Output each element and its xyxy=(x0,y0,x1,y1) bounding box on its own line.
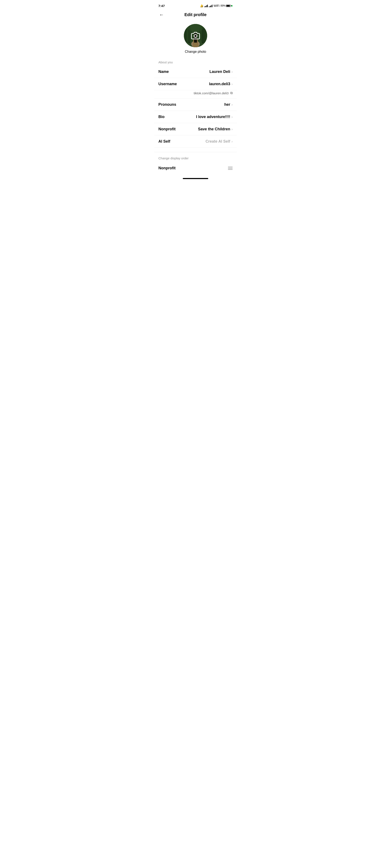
avatar-button[interactable] xyxy=(184,24,207,47)
page-header: ← Edit profile xyxy=(154,10,237,21)
nonprofit-field[interactable]: Nonprofit Save the Children › xyxy=(154,123,237,135)
battery: 89% xyxy=(220,4,233,7)
status-icons: 🔔̶ WiFi 89% xyxy=(200,4,233,7)
ai-self-value: Create AI Self xyxy=(206,139,230,144)
camera-overlay xyxy=(184,24,207,47)
pronouns-value: her xyxy=(224,102,230,107)
bio-chevron: › xyxy=(232,115,233,119)
pronouns-value-container: her › xyxy=(224,102,233,107)
battery-icon xyxy=(226,5,231,7)
signal-bars-1 xyxy=(204,4,208,7)
username-label: Username xyxy=(158,82,177,86)
bio-label: Bio xyxy=(158,115,164,119)
change-photo-label[interactable]: Change photo xyxy=(185,50,206,54)
status-time: 7:47 xyxy=(158,4,165,8)
ai-self-field[interactable]: AI Self Create AI Self › xyxy=(154,135,237,148)
display-order-label: Change display order xyxy=(158,156,233,162)
name-value-container: Lauren Deli › xyxy=(210,69,233,74)
display-order-item-label: Nonprofit xyxy=(158,166,176,170)
name-field[interactable]: Name Lauren Deli › xyxy=(154,66,237,78)
nonprofit-value-container: Save the Children › xyxy=(198,127,233,131)
green-dot xyxy=(231,5,233,6)
username-field[interactable]: Username lauren.deli3 › xyxy=(154,78,237,90)
hamburger-line-3 xyxy=(228,169,233,170)
drag-handle[interactable] xyxy=(228,167,233,170)
tiktok-url-row[interactable]: tiktok.com/@lauren.deli3 ⧉ xyxy=(154,90,237,98)
home-indicator xyxy=(154,174,237,181)
page-title: Edit profile xyxy=(184,12,207,17)
tiktok-url: tiktok.com/@lauren.deli3 xyxy=(194,91,229,95)
signal-bars-2 xyxy=(209,4,212,7)
hamburger-line-2 xyxy=(228,168,233,168)
wifi-icon: WiFi xyxy=(213,4,219,7)
display-order-section: Change display order Nonprofit xyxy=(154,156,237,174)
nonprofit-chevron: › xyxy=(232,127,233,131)
svg-point-14 xyxy=(194,35,197,37)
back-button[interactable]: ← xyxy=(157,11,166,19)
alert-icon: 🔔̶ xyxy=(200,4,203,7)
copy-icon[interactable]: ⧉ xyxy=(230,91,233,95)
name-value: Lauren Deli xyxy=(210,69,230,74)
username-value: lauren.deli3 xyxy=(209,82,230,86)
camera-icon xyxy=(191,31,200,40)
photo-section: Change photo xyxy=(154,21,237,60)
bio-field[interactable]: Bio I love adventure!!!! › xyxy=(154,111,237,123)
bio-value: I love adventure!!!! xyxy=(196,115,230,119)
name-chevron: › xyxy=(232,70,233,74)
name-label: Name xyxy=(158,69,169,74)
ai-self-value-container: Create AI Self › xyxy=(206,139,233,144)
hamburger-line-1 xyxy=(228,167,233,167)
display-order-item[interactable]: Nonprofit xyxy=(158,162,233,174)
pronouns-field[interactable]: Pronouns her › xyxy=(154,98,237,111)
nonprofit-value: Save the Children xyxy=(198,127,230,131)
username-chevron: › xyxy=(232,82,233,86)
pronouns-label: Pronouns xyxy=(158,102,176,107)
home-bar xyxy=(183,178,208,179)
ai-self-label: AI Self xyxy=(158,139,170,144)
battery-percent: 89% xyxy=(220,4,225,7)
about-you-label: About you xyxy=(154,60,237,66)
ai-self-chevron: › xyxy=(232,140,233,144)
nonprofit-label: Nonprofit xyxy=(158,127,176,131)
pronouns-chevron: › xyxy=(232,103,233,106)
username-value-container: lauren.deli3 › xyxy=(209,82,233,86)
bio-value-container: I love adventure!!!! › xyxy=(196,115,233,119)
status-bar: 7:47 🔔̶ WiFi 89% xyxy=(154,0,237,10)
divider xyxy=(154,152,237,152)
